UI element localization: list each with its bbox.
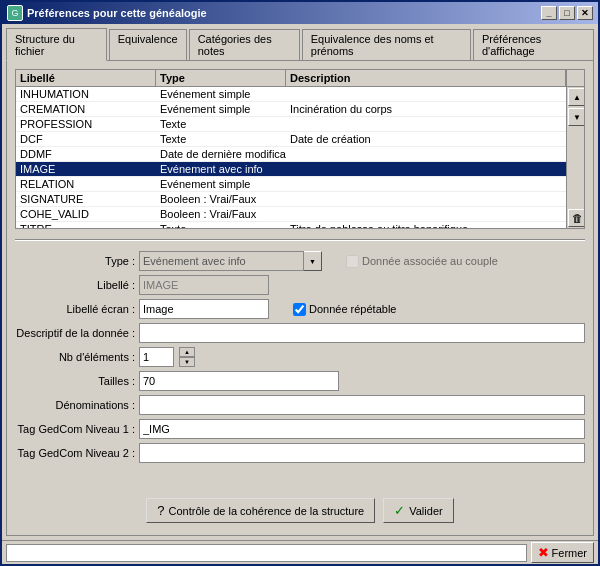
table-row-selected[interactable]: IMAGE Evénement avec info [16,162,566,177]
libelle-input[interactable] [139,275,269,295]
tag1-label: Tag GedCom Niveau 1 : [15,423,135,435]
form-row-tailles: Tailles : [15,371,585,391]
table-row[interactable]: INHUMATION Evénement simple [16,87,566,102]
table-header: Libellé Type Description [16,70,584,87]
cell-libelle: DCF [16,132,156,146]
cell-desc [286,147,566,161]
cell-type: Evénement simple [156,177,286,191]
title-bar: G Préférences pour cette généalogie _ □ … [2,2,598,24]
status-bar: ✖ Fermer [2,540,598,564]
delete-row-button[interactable]: 🗑 [568,209,584,227]
nb-elements-label: Nb d'éléments : [15,351,135,363]
cell-desc [286,177,566,191]
tag2-input[interactable] [139,443,585,463]
cell-libelle: INHUMATION [16,87,156,101]
controle-label: Contrôle de la cohérence de la structure [169,505,365,517]
couple-label: Donnée associée au couple [362,255,498,267]
col-header-libelle: Libellé [16,70,156,86]
cell-type: Evénement avec info [156,162,286,176]
cell-desc [286,117,566,131]
valider-label: Valider [409,505,442,517]
table-row[interactable]: CREMATION Evénement simple Incinération … [16,102,566,117]
spinner-up-button[interactable]: ▲ [179,347,195,357]
table-row[interactable]: PROFESSION Texte [16,117,566,132]
cell-type: Booleen : Vrai/Faux [156,192,286,206]
cell-desc: Incinération du corps [286,102,566,116]
cell-libelle: TITRE [16,222,156,228]
minimize-button[interactable]: _ [541,6,557,20]
denominations-input[interactable] [139,395,585,415]
cell-desc [286,207,566,221]
cell-desc [286,162,566,176]
tab-notes[interactable]: Catégories des notes [189,29,300,62]
form-row-tag1: Tag GedCom Niveau 1 : [15,419,585,439]
type-combo[interactable]: ▼ [139,251,322,271]
combo-dropdown-button[interactable]: ▼ [304,251,322,271]
cell-libelle: PROFESSION [16,117,156,131]
table-row[interactable]: SIGNATURE Booleen : Vrai/Faux [16,192,566,207]
form-row-tag2: Tag GedCom Niveau 2 : [15,443,585,463]
controle-button[interactable]: ? Contrôle de la cohérence de la structu… [146,498,375,523]
form-row-nb-elements: Nb d'éléments : ▲ ▼ [15,347,585,367]
fermer-button[interactable]: ✖ Fermer [531,542,594,563]
couple-checkbox-area: Donnée associée au couple [346,255,498,268]
title-bar-left: G Préférences pour cette généalogie [7,5,207,21]
table-row[interactable]: TITRE Texte Titre de noblesse ou titre h… [16,222,566,228]
table-row[interactable]: DDMF Date de dernière modification [16,147,566,162]
form-row-denominations: Dénominations : [15,395,585,415]
close-icon: ✖ [538,545,549,560]
tab-affichage[interactable]: Préférences d'affichage [473,29,594,62]
nb-elements-spinner: ▲ ▼ [179,347,195,367]
table-row[interactable]: RELATION Evénement simple [16,177,566,192]
window-title: Préférences pour cette généalogie [27,7,207,19]
fermer-label: Fermer [552,547,587,559]
libelle-ecran-input[interactable] [139,299,269,319]
scroll-up-button[interactable]: ▲ [568,88,584,106]
form-area: Type : ▼ Donnée associée au couple Libel… [15,251,585,488]
tab-equivalence[interactable]: Equivalence [109,29,187,62]
tab-structure[interactable]: Structure du fichier [6,28,107,61]
bottom-buttons: ? Contrôle de la cohérence de la structu… [15,494,585,527]
cell-type: Texte [156,132,286,146]
cell-libelle: CREMATION [16,102,156,116]
col-header-type: Type [156,70,286,86]
couple-checkbox [346,255,359,268]
table-row[interactable]: COHE_VALID Booleen : Vrai/Faux [16,207,566,222]
app-icon: G [7,5,23,21]
cell-type: Booleen : Vrai/Faux [156,207,286,221]
main-window: G Préférences pour cette généalogie _ □ … [0,0,600,566]
spinner-down-button[interactable]: ▼ [179,357,195,367]
maximize-button[interactable]: □ [559,6,575,20]
denominations-label: Dénominations : [15,399,135,411]
tailles-input[interactable] [139,371,339,391]
table-side-controls: ▲ ▼ 🗑 [566,87,584,228]
cell-libelle: IMAGE [16,162,156,176]
cell-type: Date de dernière modification [156,147,286,161]
status-input[interactable] [6,544,527,562]
type-input[interactable] [139,251,304,271]
check-icon: ✓ [394,503,405,518]
title-buttons: _ □ ✕ [541,6,593,20]
close-button[interactable]: ✕ [577,6,593,20]
cell-type: Texte [156,117,286,131]
cell-desc: Date de création [286,132,566,146]
tab-bar: Structure du fichier Equivalence Catégor… [6,28,594,61]
cell-libelle: COHE_VALID [16,207,156,221]
form-row-descriptif: Descriptif de la donnée : [15,323,585,343]
question-icon: ? [157,503,164,518]
repetable-checkbox-area: Donnée répétable [293,303,396,316]
type-label: Type : [15,255,135,267]
tab-noms[interactable]: Equivalence des noms et prénoms [302,29,471,62]
data-table-container: Libellé Type Description INHUMATION Evén… [15,69,585,229]
tag1-input[interactable] [139,419,585,439]
repetable-checkbox[interactable] [293,303,306,316]
cell-libelle: SIGNATURE [16,192,156,206]
descriptif-input[interactable] [139,323,585,343]
content-area: Structure du fichier Equivalence Catégor… [2,24,598,540]
valider-button[interactable]: ✓ Valider [383,498,453,523]
table-row[interactable]: DCF Texte Date de création [16,132,566,147]
nb-elements-input[interactable] [139,347,174,367]
main-panel: Libellé Type Description INHUMATION Evén… [6,60,594,536]
form-row-libelle-ecran: Libellé écran : Donnée répétable [15,299,585,319]
scroll-down-button[interactable]: ▼ [568,108,584,126]
